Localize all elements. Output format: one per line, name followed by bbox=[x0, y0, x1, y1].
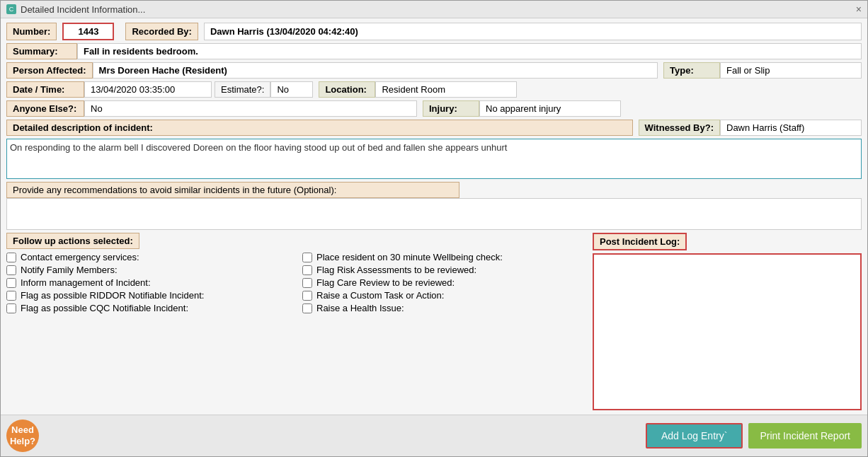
description-textarea[interactable] bbox=[7, 139, 861, 178]
person-affected-label: Person Affected: bbox=[6, 62, 93, 79]
checkbox-notify-family: Notify Family Members: bbox=[6, 265, 297, 275]
checkbox-contact-emergency: Contact emergency services: bbox=[6, 252, 297, 262]
summary-value: Fall in residents bedroom. bbox=[77, 43, 862, 59]
checkbox-col-left: Contact emergency services: Notify Famil… bbox=[6, 252, 297, 313]
contact-emergency-label: Contact emergency services: bbox=[21, 252, 139, 262]
notify-family-label: Notify Family Members: bbox=[21, 265, 118, 275]
checkbox-riddor: Flag as possible RIDDOR Notifiable Incid… bbox=[6, 290, 297, 301]
wellbeing-label: Place resident on 30 minute Wellbeing ch… bbox=[316, 252, 503, 262]
post-log-label-container: Post Incident Log: bbox=[593, 233, 862, 250]
follow-up-checkbox-3[interactable] bbox=[6, 291, 16, 301]
follow-up-section: Follow up actions selected: Contact emer… bbox=[6, 233, 587, 410]
type-label: Type: bbox=[663, 62, 720, 79]
location-value: Resident Room bbox=[375, 81, 517, 98]
health-issue-label: Raise a Health Issue: bbox=[316, 303, 404, 313]
add-log-entry-button[interactable]: Add Log Entry` bbox=[646, 423, 743, 449]
injury-value: No apparent injury bbox=[479, 100, 621, 117]
datetime-value: 13/04/2020 03:35:00 bbox=[84, 81, 212, 98]
footer: Need Help? Add Log Entry` Print Incident… bbox=[1, 415, 867, 456]
post-incident-log-section: Post Incident Log: bbox=[593, 233, 862, 410]
witnessed-by-value: Dawn Harris (Staff) bbox=[720, 120, 862, 136]
print-incident-report-button[interactable]: Print Incident Report bbox=[748, 423, 862, 449]
custom-task-label: Raise a Custom Task or Action: bbox=[316, 290, 444, 301]
close-button[interactable]: × bbox=[856, 4, 862, 15]
checkbox-custom-task: Raise a Custom Task or Action: bbox=[302, 290, 587, 301]
recorded-by-label: Recorded By: bbox=[125, 23, 198, 40]
app-icon: C bbox=[6, 4, 16, 14]
estimate-label: Estimate?: bbox=[215, 81, 270, 98]
person-type-row: Person Affected: Mrs Doreen Hache (Resid… bbox=[6, 62, 862, 79]
type-value: Fall or Slip bbox=[720, 62, 862, 79]
inform-management-label: Inform management of Incident: bbox=[21, 277, 151, 288]
help-line2: Help? bbox=[10, 436, 35, 447]
anyone-injury-row: Anyone Else?: No Injury: No apparent inj… bbox=[6, 100, 862, 117]
checkbox-risk-assessment: Flag Risk Assessments to be reviewed: bbox=[302, 265, 587, 275]
post-log-label-text: Post Incident Log: bbox=[593, 233, 687, 250]
follow-up-checkbox-4[interactable] bbox=[6, 303, 16, 313]
number-label: Number: bbox=[6, 23, 57, 40]
post-log-textarea[interactable] bbox=[593, 253, 862, 410]
care-review-checkbox[interactable] bbox=[302, 278, 312, 288]
detailed-desc-label: Detailed description of incident: bbox=[6, 120, 633, 136]
checkbox-cqc: Flag as possible CQC Notifiable Incident… bbox=[6, 303, 297, 313]
follow-up-checkbox-1[interactable] bbox=[6, 265, 16, 275]
checkbox-inform-management: Inform management of Incident: bbox=[6, 277, 297, 288]
main-window: C Detailed Incident Information... × Num… bbox=[0, 0, 868, 457]
recommendations-section: Provide any recommendations to avoid sim… bbox=[6, 182, 862, 230]
risk-assessment-checkbox[interactable] bbox=[302, 265, 312, 275]
person-affected-value: Mrs Doreen Hache (Resident) bbox=[93, 62, 658, 79]
footer-buttons: Add Log Entry` Print Incident Report bbox=[646, 423, 862, 449]
recommendations-label: Provide any recommendations to avoid sim… bbox=[6, 182, 459, 198]
title-bar-left: C Detailed Incident Information... bbox=[6, 4, 145, 15]
wellbeing-checkbox[interactable] bbox=[302, 253, 312, 262]
checkbox-care-review: Flag Care Review to be reviewed: bbox=[302, 277, 587, 288]
description-area-container bbox=[6, 139, 862, 179]
follow-up-label: Follow up actions selected: bbox=[6, 233, 587, 249]
bottom-section: Follow up actions selected: Contact emer… bbox=[6, 233, 862, 410]
risk-assessment-label: Flag Risk Assessments to be reviewed: bbox=[316, 265, 476, 275]
follow-up-label-text: Follow up actions selected: bbox=[6, 233, 139, 249]
summary-row: Summary: Fall in residents bedroom. bbox=[6, 43, 862, 59]
anyone-else-label: Anyone Else?: bbox=[6, 100, 84, 117]
injury-label: Injury: bbox=[423, 100, 479, 117]
health-issue-checkbox[interactable] bbox=[302, 303, 312, 313]
header-row: Number: 1443 Recorded By: Dawn Harris (1… bbox=[6, 23, 862, 40]
datetime-label: Date / Time: bbox=[6, 81, 84, 98]
follow-up-checkbox-0[interactable] bbox=[6, 253, 16, 262]
custom-task-checkbox[interactable] bbox=[302, 291, 312, 301]
care-review-label: Flag Care Review to be reviewed: bbox=[316, 277, 455, 288]
recommendations-textarea[interactable] bbox=[6, 198, 862, 230]
checkbox-health-issue: Raise a Health Issue: bbox=[302, 303, 587, 313]
checkbox-grid: Contact emergency services: Notify Famil… bbox=[6, 252, 587, 313]
recorded-by-value: Dawn Harris (13/04/2020 04:42:40) bbox=[204, 23, 862, 40]
cqc-label: Flag as possible CQC Notifiable Incident… bbox=[21, 303, 188, 313]
estimate-value: No bbox=[270, 81, 313, 98]
help-line1: Need bbox=[11, 424, 34, 436]
witnessed-by-label: Witnessed By?: bbox=[639, 120, 720, 136]
number-value: 1443 bbox=[62, 23, 114, 40]
location-label: Location: bbox=[319, 81, 375, 98]
summary-label: Summary: bbox=[6, 43, 77, 59]
follow-up-checkbox-2[interactable] bbox=[6, 278, 16, 288]
window-title: Detailed Incident Information... bbox=[21, 4, 145, 15]
checkbox-col-right: Place resident on 30 minute Wellbeing ch… bbox=[297, 252, 587, 313]
desc-witnessed-row: Detailed description of incident: Witnes… bbox=[6, 120, 862, 136]
checkbox-wellbeing: Place resident on 30 minute Wellbeing ch… bbox=[302, 252, 587, 262]
title-bar: C Detailed Incident Information... × bbox=[1, 1, 867, 18]
main-content: Number: 1443 Recorded By: Dawn Harris (1… bbox=[1, 18, 867, 415]
riddor-label: Flag as possible RIDDOR Notifiable Incid… bbox=[21, 290, 204, 301]
anyone-else-value: No bbox=[84, 100, 417, 117]
help-button[interactable]: Need Help? bbox=[6, 420, 39, 452]
datetime-location-row: Date / Time: 13/04/2020 03:35:00 Estimat… bbox=[6, 81, 862, 98]
